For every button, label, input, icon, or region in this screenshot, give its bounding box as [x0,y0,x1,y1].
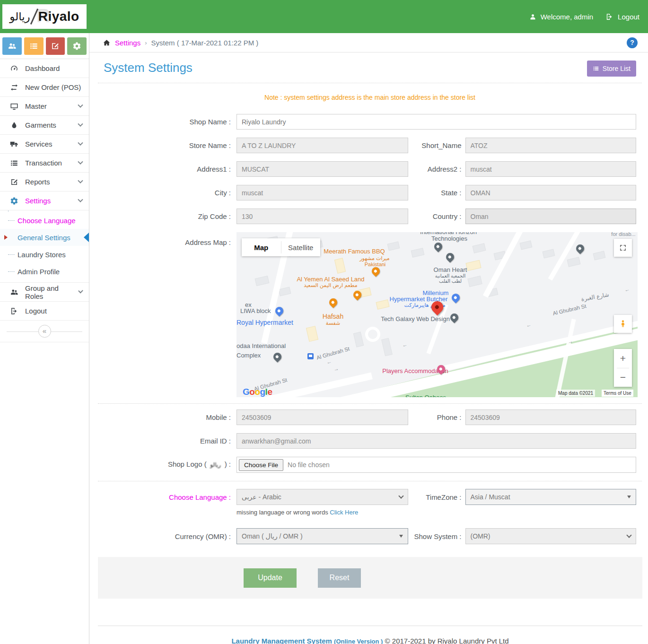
update-button[interactable]: Update [244,568,297,588]
quick-settings-button[interactable] [67,37,87,55]
google-map[interactable]: ← → ← ← → ← International Horizon Techno… [236,232,638,397]
submenu-admin-profile[interactable]: Admin Profile [0,263,89,280]
quick-edit-button[interactable] [46,37,65,55]
shop-logo-row: Shop Logo (ريالو) : Choose File No file … [104,457,636,473]
show-system-label: Show System : [408,532,462,540]
click-here-link[interactable]: Click Here [330,509,358,516]
active-arrow-icon [4,235,8,240]
address1-input [236,161,408,177]
map-type-map-button[interactable]: Map [242,238,281,256]
map-label-hafsah-ar: شفسة [326,320,341,326]
brand-logo[interactable]: R ريالو Riyalo [2,4,87,29]
active-flag-icon [84,233,89,242]
street-view-pegman[interactable] [614,315,632,333]
short-name-label: Short_Name [408,141,462,149]
zip-input [236,209,408,224]
chevron-down-icon [78,140,83,145]
sidebar-item-settings[interactable]: Settings [0,191,89,210]
chevron-down-icon [78,159,83,164]
quick-list-button[interactable] [24,37,44,55]
logout-icon[interactable] [605,13,613,21]
sidebar-item-garments[interactable]: Garments [0,116,89,135]
map-label-qodaa-1: odaa International [236,342,286,349]
user-icon [529,13,536,20]
sidebar-item-transaction[interactable]: Transaction [0,154,89,173]
sidebar-collapse-button[interactable]: « [38,325,51,338]
road-arrow: ← [624,286,630,293]
show-system-select[interactable]: (OMR) [465,528,637,544]
short-name-input [465,138,637,153]
terms-of-use-link[interactable]: Terms of Use [602,390,633,397]
map-label-ghubrah-ar: شارع الغبرة [581,291,610,303]
restaurant-pin [370,265,381,277]
logout-icon [10,307,18,315]
submenu-general-settings[interactable]: General Settings [0,229,89,246]
city-input [236,185,408,200]
poi-pin [448,312,460,323]
zip-country-row: Zip Code : Country : [104,209,636,224]
main-content: System Settings Store List Note : system… [89,52,648,644]
address-map-row: Address Map : [104,232,636,397]
timezone-select[interactable]: Asia / Muscat [465,489,637,505]
list-icon [593,65,599,72]
language-select[interactable]: عربى - Arabic [236,489,408,505]
sidebar-item-label: Reports [25,178,50,186]
sidebar-item-services[interactable]: Services [0,135,89,154]
currency-label: Currency (OMR) : [104,532,231,540]
chevron-down-icon [78,178,83,183]
home-icon[interactable] [103,39,111,47]
school-pin [444,251,455,262]
chevron-down-icon [399,535,403,538]
road-arrow: → [567,338,573,345]
form-actions: Update Reset [98,557,642,599]
fullscreen-button[interactable] [614,239,632,257]
zoom-in-button[interactable]: + [614,349,632,368]
reset-button[interactable]: Reset [318,568,361,588]
map-label-tech-galaxy: Tech Galaxy Web Design [381,315,450,322]
breadcrumb: Settings › System ( 17-Mar-2021 01:22 PM… [89,33,648,52]
choose-language-label: Choose Language : [104,493,231,501]
language-helper: missing language or wrong words Click He… [236,509,636,516]
choose-file-button[interactable]: Choose File [239,459,283,471]
currency-select[interactable]: Oman ( ريال / OMR ) [236,528,408,544]
store-name-row: Store Name : Short_Name [104,138,636,153]
sidebar-item-group-roles[interactable]: Group and Roles [0,283,89,302]
shop-name-input[interactable] [236,114,636,130]
submenu-laundry-stores[interactable]: Laundry Stores [0,246,89,263]
breadcrumb-settings[interactable]: Settings [115,39,140,47]
sidebar-item-label: Settings [25,197,51,205]
map-type-control: Map Satellite [242,238,320,256]
pegman-icon [619,320,627,328]
sidebar-item-reports[interactable]: Reports [0,173,89,191]
shopping-pin [450,292,461,303]
zoom-out-button[interactable]: − [614,368,632,387]
shop-name-label: Shop Name : [104,118,231,126]
sidebar-item-logout[interactable]: Logout [0,302,89,321]
map-label-technologies: Technologies [431,235,467,242]
sidebar-item-label: Services [25,140,53,148]
store-list-button[interactable]: Store List [587,61,636,77]
map-label-pakistani: Pakistani [365,261,386,267]
quick-users-button[interactable] [2,37,22,55]
help-button[interactable]: ? [627,37,638,48]
header-logout-link[interactable]: Logout [618,13,639,21]
settings-submenu: Choose Language General Settings Laundry… [0,210,89,283]
zip-label: Zip Code : [104,212,231,220]
file-upload-field[interactable]: Choose File No file chosen [236,457,636,473]
page-title: System Settings [104,61,193,75]
shop-logo-thumbnail: ريالو [208,459,223,471]
phone-input [465,409,637,425]
sidebar-item-label: Group and Roles [25,284,72,300]
address-map-label: Address Map : [104,232,231,246]
sidebar-item-new-order[interactable]: New Order (POS) [0,78,89,97]
state-input [465,185,637,200]
footer: Laundry Management System (Online Versio… [98,626,642,644]
map-label-ghubrah-right: Al Ghubrah St [552,303,587,316]
fullscreen-icon [619,244,627,252]
submenu-choose-language[interactable]: Choose Language [0,212,89,229]
map-label-royal: Royal Hypermarket [236,319,293,326]
sidebar-item-master[interactable]: Master [0,97,89,116]
map-label-meerath: Meerath Famous BBQ [324,248,385,255]
map-type-satellite-button[interactable]: Satellite [281,238,321,256]
sidebar-item-dashboard[interactable]: Dashboard [0,59,89,78]
